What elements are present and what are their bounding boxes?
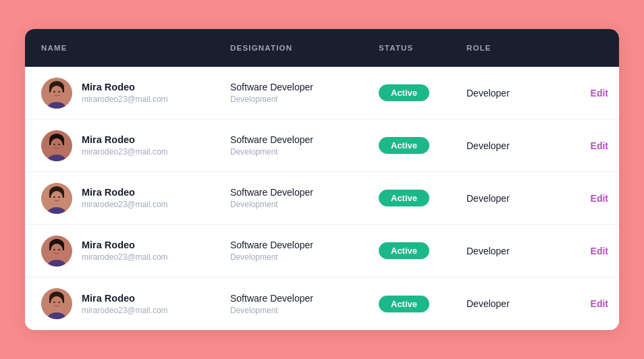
svg-point-18 bbox=[53, 196, 55, 197]
table-row: Mira Rodeo mirarodeo23@mail.com Software… bbox=[25, 225, 619, 277]
edit-button[interactable]: Edit bbox=[591, 246, 608, 256]
edit-button[interactable]: Edit bbox=[591, 140, 608, 151]
svg-point-31 bbox=[51, 296, 63, 310]
user-name: Mira Rodeo bbox=[82, 187, 168, 198]
user-name: Mira Rodeo bbox=[82, 293, 168, 304]
designation-cell: Software Developer Development bbox=[230, 187, 379, 209]
svg-point-4 bbox=[53, 90, 55, 92]
table-header-row: NAME DESIGNATION STATUS ROLE bbox=[25, 29, 619, 67]
name-info: Mira Rodeo mirarodeo23@mail.com bbox=[82, 187, 168, 209]
action-cell[interactable]: Edit bbox=[554, 193, 608, 204]
table-row: Mira Rodeo mirarodeo23@mail.com Software… bbox=[25, 119, 619, 172]
status-cell: Active bbox=[379, 242, 466, 259]
name-cell: Mira Rodeo mirarodeo23@mail.com bbox=[41, 130, 230, 161]
user-name: Mira Rodeo bbox=[82, 134, 168, 145]
status-cell: Active bbox=[379, 137, 466, 154]
col-status: STATUS bbox=[379, 44, 466, 52]
avatar bbox=[41, 78, 72, 109]
user-email: mirarodeo23@mail.com bbox=[82, 200, 168, 209]
designation-dept: Development bbox=[230, 200, 379, 209]
designation-cell: Software Developer Development bbox=[230, 240, 379, 262]
action-cell[interactable]: Edit bbox=[554, 140, 608, 151]
avatar bbox=[41, 130, 72, 161]
col-name: NAME bbox=[41, 44, 230, 52]
status-cell: Active bbox=[379, 296, 466, 312]
status-cell: Active bbox=[379, 84, 466, 101]
avatar bbox=[41, 236, 72, 267]
name-info: Mira Rodeo mirarodeo23@mail.com bbox=[82, 134, 168, 157]
action-cell[interactable]: Edit bbox=[554, 88, 608, 99]
name-info: Mira Rodeo mirarodeo23@mail.com bbox=[82, 82, 168, 104]
svg-point-19 bbox=[58, 196, 59, 197]
svg-point-17 bbox=[51, 191, 63, 204]
designation-title: Software Developer bbox=[230, 240, 379, 250]
status-badge: Active bbox=[379, 84, 429, 101]
svg-point-32 bbox=[53, 302, 55, 303]
avatar bbox=[41, 288, 72, 319]
svg-point-12 bbox=[58, 143, 59, 144]
action-cell[interactable]: Edit bbox=[554, 246, 608, 256]
designation-dept: Development bbox=[230, 94, 379, 104]
designation-title: Software Developer bbox=[230, 134, 379, 145]
svg-point-26 bbox=[58, 248, 59, 250]
svg-point-11 bbox=[53, 143, 55, 144]
user-email: mirarodeo23@mail.com bbox=[82, 306, 168, 315]
svg-point-10 bbox=[51, 138, 63, 152]
designation-dept: Development bbox=[230, 147, 379, 157]
designation-cell: Software Developer Development bbox=[230, 82, 379, 104]
table-row: Mira Rodeo mirarodeo23@mail.com Software… bbox=[25, 277, 619, 330]
name-info: Mira Rodeo mirarodeo23@mail.com bbox=[82, 240, 168, 262]
role-cell: Developer bbox=[466, 298, 554, 309]
svg-point-24 bbox=[51, 244, 63, 257]
user-email: mirarodeo23@mail.com bbox=[82, 252, 168, 262]
user-email: mirarodeo23@mail.com bbox=[82, 94, 168, 104]
role-cell: Developer bbox=[466, 140, 554, 151]
designation-title: Software Developer bbox=[230, 187, 379, 198]
status-badge: Active bbox=[379, 242, 429, 259]
edit-button[interactable]: Edit bbox=[591, 298, 608, 309]
table-row: Mira Rodeo mirarodeo23@mail.com Software… bbox=[25, 172, 619, 225]
name-cell: Mira Rodeo mirarodeo23@mail.com bbox=[41, 288, 230, 319]
role-cell: Developer bbox=[466, 193, 554, 204]
designation-cell: Software Developer Development bbox=[230, 134, 379, 157]
status-badge: Active bbox=[379, 137, 429, 154]
edit-button[interactable]: Edit bbox=[591, 193, 608, 204]
user-email: mirarodeo23@mail.com bbox=[82, 147, 168, 157]
status-badge: Active bbox=[379, 190, 429, 206]
user-name: Mira Rodeo bbox=[82, 240, 168, 250]
designation-title: Software Developer bbox=[230, 293, 379, 304]
designation-dept: Development bbox=[230, 306, 379, 315]
designation-cell: Software Developer Development bbox=[230, 293, 379, 315]
svg-point-25 bbox=[53, 248, 55, 250]
table-row: Mira Rodeo mirarodeo23@mail.com Software… bbox=[25, 67, 619, 119]
svg-point-5 bbox=[58, 90, 59, 92]
role-cell: Developer bbox=[466, 88, 554, 99]
designation-dept: Development bbox=[230, 252, 379, 262]
edit-button[interactable]: Edit bbox=[591, 88, 608, 99]
col-designation: DESIGNATION bbox=[230, 44, 379, 52]
svg-point-3 bbox=[51, 86, 63, 99]
action-cell[interactable]: Edit bbox=[554, 298, 608, 309]
name-info: Mira Rodeo mirarodeo23@mail.com bbox=[82, 293, 168, 315]
name-cell: Mira Rodeo mirarodeo23@mail.com bbox=[41, 183, 230, 214]
status-cell: Active bbox=[379, 190, 466, 206]
col-role: ROLE bbox=[466, 44, 554, 52]
table-body: Mira Rodeo mirarodeo23@mail.com Software… bbox=[25, 67, 619, 330]
user-table: NAME DESIGNATION STATUS ROLE bbox=[25, 29, 619, 330]
user-name: Mira Rodeo bbox=[82, 82, 168, 92]
role-cell: Developer bbox=[466, 246, 554, 256]
name-cell: Mira Rodeo mirarodeo23@mail.com bbox=[41, 236, 230, 267]
designation-title: Software Developer bbox=[230, 82, 379, 92]
svg-point-33 bbox=[58, 302, 59, 303]
avatar bbox=[41, 183, 72, 214]
status-badge: Active bbox=[379, 296, 429, 312]
name-cell: Mira Rodeo mirarodeo23@mail.com bbox=[41, 78, 230, 109]
